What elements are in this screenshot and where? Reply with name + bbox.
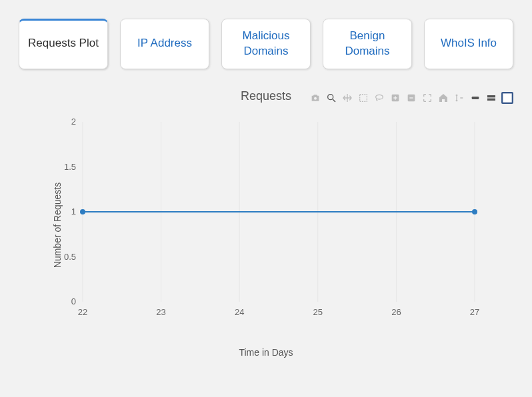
y-tick-label: 0.5	[64, 251, 76, 261]
x-tick-label: 26	[391, 307, 401, 317]
tab-benign-domains[interactable]: Benign Domains	[323, 19, 412, 69]
svg-line-2	[333, 99, 335, 102]
camera-icon[interactable]	[309, 92, 321, 104]
zoom-in-icon[interactable]	[389, 92, 401, 104]
tab-label: Requests Plot	[28, 36, 99, 51]
y-tick-label: 0	[71, 296, 76, 306]
y-tick-label: 1.5	[64, 161, 76, 171]
svg-rect-8	[487, 95, 495, 97]
plot-area: Number of Requests 00.511.52222324252627	[19, 115, 513, 335]
tab-label: Benign Domains	[327, 29, 407, 59]
tab-label: WhoIS Info	[441, 36, 497, 51]
svg-point-0	[314, 97, 317, 100]
y-axis-label: Number of Requests	[52, 183, 63, 268]
svg-rect-9	[487, 99, 495, 101]
tab-ip-address[interactable]: IP Address	[120, 19, 209, 69]
autoscale-icon[interactable]	[421, 92, 433, 104]
tab-label: Malicious Domains	[226, 29, 306, 59]
x-tick-label: 25	[313, 307, 323, 317]
x-tick-label: 24	[235, 307, 244, 317]
svg-rect-13	[509, 95, 510, 101]
svg-rect-7	[472, 97, 479, 99]
lasso-icon[interactable]	[373, 92, 385, 104]
tab-malicious-domains[interactable]: Malicious Domains	[221, 19, 311, 69]
svg-rect-11	[504, 98, 505, 101]
zoom-out-icon[interactable]	[405, 92, 417, 104]
closest-icon[interactable]	[485, 92, 497, 104]
x-tick-label: 22	[78, 307, 87, 317]
tab-label: IP Address	[137, 36, 192, 51]
box-select-icon[interactable]	[357, 92, 369, 104]
spike-icon[interactable]	[453, 92, 465, 104]
x-tick-label: 23	[156, 307, 165, 317]
tabs-row: Requests PlotIP AddressMalicious Domains…	[7, 7, 525, 79]
tab-whois-info[interactable]: WhoIS Info	[424, 19, 513, 69]
home-icon[interactable]	[437, 92, 449, 104]
chart-toolbar	[309, 92, 513, 104]
x-axis-label: Time in Days	[19, 347, 513, 358]
series-point[interactable]	[472, 209, 477, 214]
chart-svg[interactable]: 00.511.52222324252627	[55, 115, 488, 322]
svg-rect-3	[360, 95, 367, 102]
plotly-logo-icon[interactable]	[501, 92, 513, 104]
x-tick-label: 27	[470, 307, 479, 317]
svg-point-4	[376, 95, 383, 99]
y-tick-label: 2	[71, 117, 76, 127]
pan-icon[interactable]	[341, 92, 353, 104]
svg-rect-12	[507, 96, 508, 101]
series-point[interactable]	[80, 209, 85, 214]
chart-container: Requests Number of Requests 00.511.52222…	[19, 89, 513, 358]
zoom-icon[interactable]	[325, 92, 337, 104]
tab-requests-plot[interactable]: Requests Plot	[19, 19, 108, 69]
svg-point-1	[328, 95, 333, 100]
compare-icon[interactable]	[469, 92, 481, 104]
y-tick-label: 1	[71, 206, 76, 216]
